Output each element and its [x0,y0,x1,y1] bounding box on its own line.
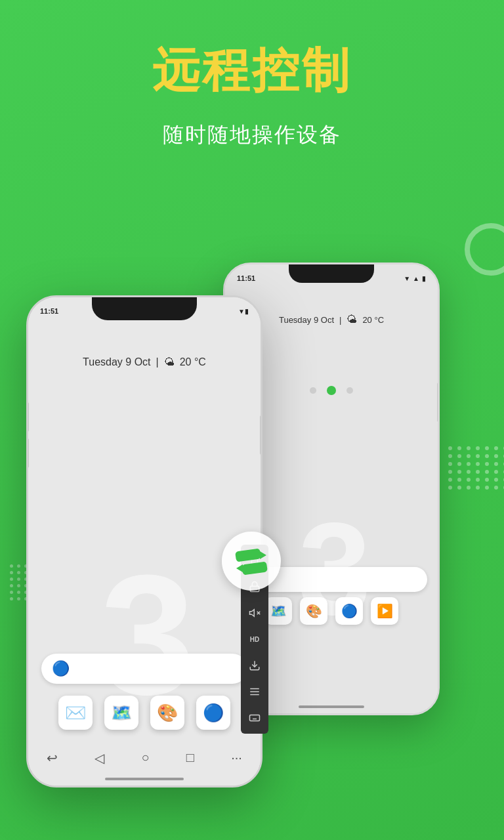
photos-icon: 🎨 [306,603,322,619]
control-hd[interactable]: HD [243,627,266,651]
phone-back-status-bar: 11:51 ▼ ▲ ▮ [225,270,438,287]
svg-rect-8 [250,715,260,721]
nav-home-icon[interactable]: ◁ [94,750,104,766]
dot-3 [346,387,353,394]
phone-front-app-chrome[interactable]: 🔵 [196,696,230,730]
phone-back-date-text: Tuesday 9 Oct [279,315,334,325]
phone-front-time: 11:51 [40,307,58,315]
page-subtitle: 随时随地操作设备 [163,121,341,150]
phone-back-app-youtube[interactable]: ▶️ [371,597,398,625]
svg-marker-15 [260,551,266,559]
svg-rect-14 [235,548,261,562]
phone-front: 11:51 ▼▮ Tuesday 9 Oct | 🌤 20 °C 3 🔵 [26,295,262,788]
phone-back-app-photos[interactable]: 🎨 [300,597,327,625]
phone-back-app-maps[interactable]: 🗺️ [264,597,292,625]
control-settings[interactable] [243,680,266,704]
nav-recents-icon[interactable]: ○ [142,750,150,765]
phone-back-time: 11:51 [237,274,255,282]
phone-front-date: Tuesday 9 Oct | 🌤 20 °C [28,356,261,368]
phone-front-vol-up [26,402,29,432]
phone-front-app-dock: ✉️ 🗺️ 🎨 🔵 [28,696,261,730]
phone-front-app-maps[interactable]: 🗺️ [104,696,138,730]
phone-front-home-indicator [105,778,184,780]
wifi-icon: ▲ [413,275,419,282]
phone-back-status-icons: ▼ ▲ ▮ [404,275,426,282]
phone-front-status-bar: 11:51 ▼▮ [28,303,261,320]
google-logo-front: 🔵 [52,660,70,677]
signal-icon-front: ▼▮ [238,308,249,315]
transfer-icon [232,542,270,580]
phone-front-vol-down [26,438,29,468]
phone-front-screen: 11:51 ▼▮ Tuesday 9 Oct | 🌤 20 °C 3 🔵 [28,297,261,786]
nav-more-icon[interactable]: ··· [231,750,242,765]
signal-icon: ▼ [404,275,410,282]
svg-marker-17 [236,564,243,572]
photos-icon-front: 🎨 [157,703,178,723]
phone-back-home-indicator [299,705,364,708]
dot-2-active [327,386,336,395]
phone-front-date-text: Tuesday 9 Oct [83,356,150,368]
phone-front-nav-bar: ↩ ◁ ○ □ ··· [28,743,261,772]
maps-icon-front: 🗺️ [111,703,132,723]
phone-front-app-photos[interactable]: 🎨 [150,696,184,730]
phone-back-separator: | [339,315,341,325]
transfer-icon-wrap[interactable] [222,532,281,591]
phone-front-separator: | [156,356,159,368]
maps-icon: 🗺️ [270,603,287,619]
nav-back-icon[interactable]: ↩ [47,750,58,766]
phone-back-weather-icon: 🌤 [346,314,357,326]
page-container: 远程控制 随时随地操作设备 11:51 ▼ ▲ ▮ [0,0,504,840]
svg-rect-16 [242,561,268,575]
phone-back-app-chrome[interactable]: 🔵 [335,597,363,625]
control-mute[interactable] [243,601,266,625]
gmail-icon: ✉️ [65,703,86,723]
phone-back-side-btn [437,383,440,422]
battery-icon: ▮ [422,275,426,282]
phone-front-side-btn [260,415,262,455]
phone-front-app-gmail[interactable]: ✉️ [58,696,93,730]
phone-back-dots [310,386,353,395]
page-title: 远程控制 [152,39,352,102]
phones-area: 11:51 ▼ ▲ ▮ Tuesday 9 Oct | 🌤 20 °C 3 [0,223,504,840]
control-keyboard[interactable] [243,706,266,730]
dot-1 [310,387,316,394]
phone-front-weather-icon: 🌤 [164,356,175,368]
nav-overview-icon[interactable]: □ [186,750,194,765]
phone-back-temp: 20 °C [362,315,384,325]
chrome-icon: 🔵 [341,603,358,619]
youtube-icon: ▶️ [377,603,393,619]
phone-front-google-bar[interactable]: 🔵 [41,654,247,684]
control-download[interactable] [243,654,266,677]
phone-front-status-icons: ▼▮ [238,308,249,315]
phone-front-temp: 20 °C [180,356,206,368]
chrome-icon-front: 🔵 [203,703,224,723]
phone-front-wallpaper: 3 [100,549,189,720]
